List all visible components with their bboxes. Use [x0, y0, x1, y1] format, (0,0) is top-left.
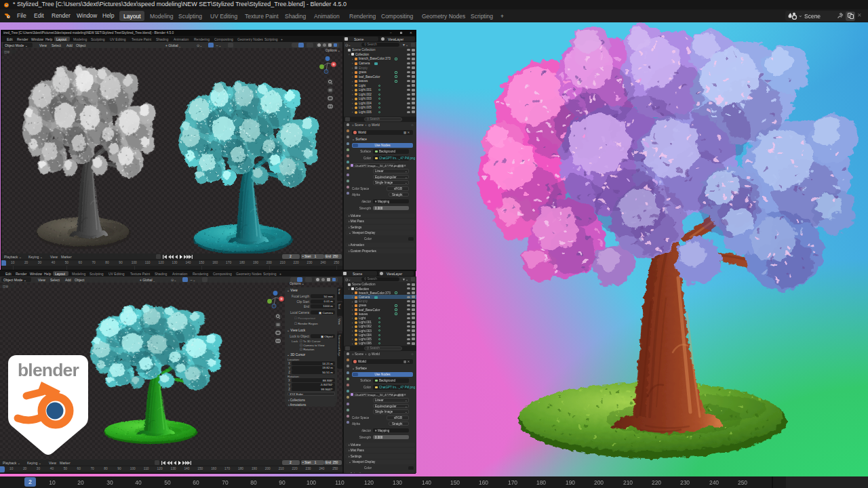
svg-text:blender: blender: [18, 360, 79, 380]
